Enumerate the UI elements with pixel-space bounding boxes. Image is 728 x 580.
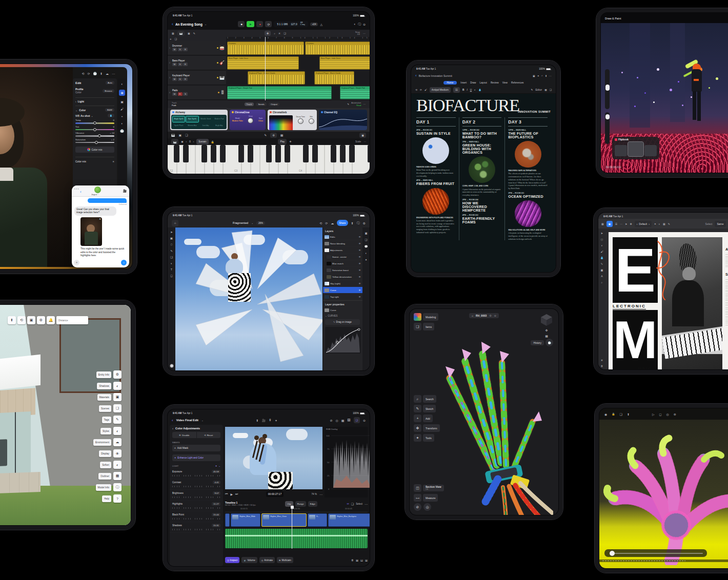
bullets-icon[interactable]: ▦ xyxy=(544,89,547,91)
stop-icon[interactable]: ◻ xyxy=(659,412,662,416)
rail-styles[interactable]: Styles xyxy=(100,428,111,434)
shadows-icon[interactable]: ◐ xyxy=(113,382,122,390)
layers-panel-icon[interactable]: ❏ xyxy=(365,238,368,241)
tab-review[interactable]: Review xyxy=(491,81,499,84)
enhance-button[interactable]: ✦Enhance Light and Color xyxy=(172,454,220,461)
cloud-icon[interactable]: ☁ xyxy=(331,221,334,225)
modeling-menu[interactable]: Modeling xyxy=(423,313,438,321)
bar-ruler[interactable]: 1 2 3 4 5 6 7 8 9 10 11 12 13 14 15 16 1… xyxy=(227,37,370,41)
export-icon[interactable]: ⬆ xyxy=(627,412,630,416)
history-clock-icon[interactable]: 🕐 xyxy=(545,339,553,346)
region-drummer-1[interactable]: Drummer xyxy=(227,42,304,55)
timeline-scrubber[interactable] xyxy=(604,549,707,557)
record-button[interactable]: ● xyxy=(256,21,263,27)
plugin-channeleq[interactable]: Channel EQ xyxy=(319,110,367,130)
eye-icon[interactable]: 👁 xyxy=(359,256,361,258)
layers-icon[interactable]: ❏ xyxy=(620,412,622,416)
distance-input[interactable] xyxy=(56,316,88,324)
playhead[interactable] xyxy=(292,508,292,549)
move-tool-icon[interactable]: ➤ xyxy=(601,232,603,235)
livedraw-icon[interactable]: ✦ xyxy=(275,419,277,422)
items-icon[interactable]: ❏ xyxy=(414,323,421,330)
trim-tool-chip[interactable]: ✥ xyxy=(265,31,271,36)
history-button[interactable]: History xyxy=(531,340,544,345)
flip-icon[interactable]: ◐ xyxy=(659,222,660,225)
chromaglow-model[interactable]: Modern Tube xyxy=(232,120,243,122)
scopes-panel[interactable]: RGB Overlay 10075 5025 0 xyxy=(325,427,368,498)
octave-down-icon[interactable]: ‹ xyxy=(186,140,187,143)
measure-icon[interactable]: ⟺ xyxy=(414,494,421,502)
underline-button[interactable]: U xyxy=(470,89,472,91)
brush-size-slider[interactable] xyxy=(605,69,610,109)
snapping-icon[interactable]: ✦ xyxy=(654,222,656,225)
extract-icon[interactable]: ⊠ xyxy=(356,558,358,562)
view-cube[interactable] xyxy=(540,313,553,326)
tools-icon[interactable]: ✦ xyxy=(414,434,421,442)
vibrance-slider[interactable]: Vibrance+ 14 xyxy=(75,132,114,137)
numbering-icon[interactable]: ❏ xyxy=(550,89,552,91)
tuner-badge[interactable]: +04 xyxy=(310,23,318,26)
timeline-clip[interactable]: Skyline_Blue_Wide xyxy=(231,513,260,527)
rail-display[interactable]: Display xyxy=(99,450,111,457)
overwrite-icon[interactable]: ❏ xyxy=(351,502,354,506)
tracks-view-icon[interactable]: ▦ xyxy=(172,32,174,35)
back-icon[interactable]: ‹ xyxy=(172,22,173,27)
chevron-right-icon[interactable]: › xyxy=(75,100,76,103)
decay-knob[interactable] xyxy=(298,118,304,124)
timeline-clip[interactable] xyxy=(225,513,230,527)
contact-name[interactable]: Joyce › xyxy=(91,193,98,196)
frame-thumbnail-active[interactable] xyxy=(628,142,643,156)
rail-scenes[interactable]: Scenes xyxy=(99,405,111,412)
solo-button[interactable]: S xyxy=(178,48,183,51)
document-page[interactable]: BIOFACTURE INNOVATION SUMMIT DAY 1 2PM —… xyxy=(411,94,556,272)
keyboard-toggle-chip[interactable]: ▣ xyxy=(359,133,366,138)
undo-icon[interactable]: ⟲ xyxy=(17,316,26,324)
lens-icon[interactable]: ◐ xyxy=(121,122,123,125)
automation-pencil-icon[interactable]: ✎ xyxy=(347,103,349,106)
preset-select[interactable]: ‹Default› xyxy=(635,221,652,227)
section-view-button[interactable]: Section ViewOff xyxy=(423,485,444,492)
add-track-icon[interactable]: + xyxy=(170,37,172,40)
font-color-icon[interactable]: 💧 xyxy=(478,89,481,91)
snap-setting[interactable]: Snap1/4 xyxy=(355,31,360,36)
auto-button[interactable]: Auto xyxy=(106,81,114,85)
chevron-down-icon[interactable]: ⌄ xyxy=(251,222,253,224)
minimize-icon[interactable]: ⊖ xyxy=(363,419,366,422)
piano-keyboard[interactable]: C2 C3 C4 xyxy=(168,145,370,174)
record-enable-button[interactable]: R xyxy=(183,48,188,51)
inspector-icon[interactable]: ⓘ xyxy=(358,22,361,27)
mute-button[interactable]: M xyxy=(172,92,177,96)
mic-icon[interactable]: 🎙 xyxy=(269,419,272,422)
track-header-bass[interactable]: 2 Bass Player M S R 🎸 xyxy=(168,56,226,70)
mobile-view-icon[interactable]: ▣ xyxy=(533,74,535,77)
tint-slider[interactable]: Tint0 xyxy=(75,126,114,131)
timeline-clip-selected[interactable]: Skyline_Blue_Close xyxy=(261,513,307,527)
artwork-canvas[interactable]: Flipbook 00:00:03.019 xyxy=(601,23,728,173)
layer-row[interactable]: Blue match👁 xyxy=(323,260,362,267)
materials-icon[interactable]: ▣ xyxy=(113,393,122,401)
faders-icon[interactable]: ▦ xyxy=(280,133,284,137)
tab-view[interactable]: View xyxy=(502,81,508,84)
redo-icon[interactable]: ⟳ xyxy=(325,221,328,225)
shape-tool-icon[interactable]: ▣ xyxy=(601,268,603,272)
pen-tool-icon[interactable]: ✎ xyxy=(601,262,603,265)
shape-tool-icon[interactable]: ◻ xyxy=(170,274,173,277)
versions-icon[interactable]: 🕐 xyxy=(120,129,124,133)
rail-shadows[interactable]: Shadows xyxy=(97,383,111,389)
transform-tool-icon[interactable]: ▣ xyxy=(170,237,173,240)
multicam-button[interactable]: ⊞Multicam xyxy=(277,557,293,563)
share-icon[interactable]: ⬆ xyxy=(545,74,547,77)
region-pads-1[interactable]: Keyboard Player - Simple Pad xyxy=(227,86,332,99)
solo-button[interactable]: S xyxy=(178,63,183,66)
undo-icon[interactable]: ⟲ xyxy=(415,89,417,91)
layer-row[interactable]: Noise blending👁 xyxy=(323,240,362,247)
eye-icon[interactable]: 👁 xyxy=(359,276,361,278)
same-menu[interactable]: Same xyxy=(715,221,725,227)
record-enable-button[interactable]: R xyxy=(183,77,188,81)
section-view-icon[interactable]: ◫ xyxy=(414,484,421,492)
curves-section-label[interactable]: ⌄ CURVES xyxy=(323,314,362,318)
track-header-pads[interactable]: 4 Pads M R S 🎛 xyxy=(168,86,226,100)
effects-icon[interactable]: ✦ xyxy=(365,258,368,261)
grid-toggle-icon[interactable]: ▦ xyxy=(545,334,548,338)
presets-icon[interactable]: ◐ xyxy=(121,82,123,86)
